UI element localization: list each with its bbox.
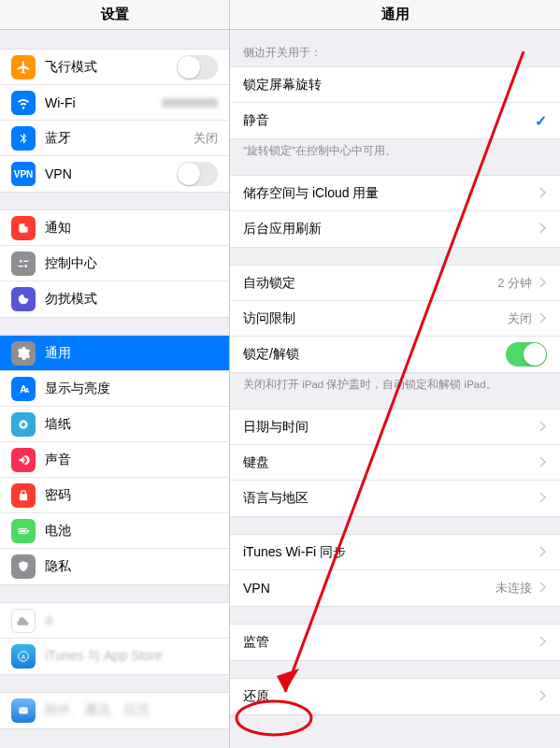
bluetooth-value: 关闭 [194, 130, 218, 147]
row-keyboard[interactable]: 键盘 [230, 445, 560, 481]
svg-point-4 [20, 260, 22, 263]
sidebar-item-itunes-store[interactable]: A iTunes 与 App Store [0, 639, 229, 674]
sidebar-item-battery[interactable]: 电池 [0, 513, 229, 549]
detail-header: 通用 [230, 0, 560, 30]
battery-icon [11, 519, 36, 543]
language-region-label: 语言与地区 [243, 490, 532, 507]
passcode-label: 密码 [45, 487, 218, 504]
restrictions-value: 关闭 [508, 310, 532, 327]
chevron-right-icon [539, 635, 547, 650]
itunes-icon: A [11, 644, 36, 669]
general-label: 通用 [45, 345, 218, 362]
chevron-right-icon [539, 545, 547, 560]
row-lock-unlock[interactable]: 锁定/解锁 [230, 337, 560, 372]
sidebar-item-general[interactable]: 通用 [0, 336, 229, 371]
battery-label: 电池 [45, 523, 218, 539]
settings-header: 设置 [0, 0, 229, 30]
sidebar-item-control-center[interactable]: 控制中心 [0, 246, 229, 281]
gear-icon [11, 341, 36, 366]
bluetooth-label: 蓝牙 [45, 130, 188, 147]
chevron-right-icon [539, 491, 547, 506]
rotation-note: "旋转锁定"在控制中心中可用。 [230, 139, 560, 158]
row-itunes-sync[interactable]: iTunes Wi-Fi 同步 [230, 535, 560, 570]
row-profiles[interactable]: 监管 [230, 625, 560, 660]
profiles-label: 监管 [243, 634, 532, 651]
wifi-value [162, 98, 218, 108]
svg-rect-17 [19, 708, 27, 714]
chevron-right-icon [539, 420, 547, 435]
reset-label: 还原 [243, 688, 532, 705]
chevron-right-icon [539, 186, 547, 201]
sidebar-item-display[interactable]: AA 显示与亮度 [0, 371, 229, 407]
control-center-label: 控制中心 [45, 255, 218, 272]
row-date-time[interactable]: 日期与时间 [230, 410, 560, 445]
sidebar-item-sounds[interactable]: 声音 [0, 442, 229, 478]
svg-point-11 [22, 423, 25, 426]
icloud-label: d [45, 613, 218, 628]
lock-unlock-toggle[interactable] [506, 342, 547, 367]
svg-text:A: A [25, 387, 30, 394]
wallpaper-icon [11, 412, 36, 437]
row-vpn-detail[interactable]: VPN 未连接 [230, 570, 560, 606]
airplane-toggle[interactable] [177, 55, 218, 79]
svg-text:VPN: VPN [14, 169, 34, 180]
chevron-right-icon [539, 276, 547, 291]
sidebar-item-bluetooth[interactable]: 蓝牙 关闭 [0, 121, 229, 156]
vpn-detail-label: VPN [243, 581, 495, 596]
svg-point-3 [24, 223, 29, 227]
row-auto-lock[interactable]: 自动锁定 2 分钟 [230, 266, 560, 301]
row-mute[interactable]: 静音 ✓ [230, 103, 560, 138]
restrictions-label: 访问限制 [243, 310, 508, 327]
svg-rect-13 [28, 529, 29, 532]
sidebar-item-notifications[interactable]: 通知 [0, 210, 229, 246]
row-restrictions[interactable]: 访问限制 关闭 [230, 301, 560, 337]
mail-label: 附件、通讯、日历 [45, 702, 218, 719]
lock-unlock-label: 锁定/解锁 [243, 346, 506, 363]
display-icon: AA [11, 377, 36, 401]
sounds-label: 声音 [45, 452, 218, 468]
row-background-refresh[interactable]: 后台应用刷新 [230, 211, 560, 247]
sidebar-item-passcode[interactable]: 密码 [0, 478, 229, 513]
chevron-right-icon [539, 581, 547, 596]
sidebar-item-dnd[interactable]: 勿扰模式 [0, 281, 229, 317]
row-rotation-lock[interactable]: 锁定屏幕旋转 [230, 67, 560, 103]
notifications-icon [11, 216, 36, 240]
row-language-region[interactable]: 语言与地区 [230, 481, 560, 516]
wifi-icon [11, 91, 36, 115]
sidebar-item-wifi[interactable]: Wi-Fi [0, 85, 229, 121]
notifications-label: 通知 [45, 220, 218, 237]
row-reset[interactable]: 还原 [230, 679, 560, 714]
sidebar-item-airplane[interactable]: 飞行模式 [0, 50, 229, 85]
sidebar-item-icloud[interactable]: d [0, 603, 229, 639]
auto-lock-label: 自动锁定 [243, 275, 497, 292]
privacy-label: 隐私 [45, 558, 218, 575]
cloud-icon [11, 609, 36, 633]
sidebar-item-mail[interactable]: 附件、通讯、日历 [0, 693, 229, 728]
row-storage[interactable]: 储存空间与 iCloud 用量 [230, 176, 560, 211]
chevron-right-icon [539, 222, 547, 237]
side-switch-label: 侧边开关用于： [230, 39, 560, 65]
check-icon: ✓ [535, 112, 547, 130]
wifi-label: Wi-Fi [45, 95, 156, 110]
svg-point-6 [24, 265, 27, 267]
airplane-label: 飞行模式 [45, 59, 177, 76]
svg-rect-14 [20, 529, 26, 532]
storage-label: 储存空间与 iCloud 用量 [243, 185, 532, 202]
vpn-detail-value: 未连接 [495, 580, 532, 597]
svg-text:A: A [22, 654, 26, 660]
chevron-right-icon [539, 311, 547, 326]
itunes-store-label: iTunes 与 App Store [45, 648, 218, 665]
sidebar-item-vpn[interactable]: VPN VPN [0, 156, 229, 192]
lock-icon [11, 483, 36, 508]
sidebar-item-privacy[interactable]: 隐私 [0, 549, 229, 584]
privacy-icon [11, 554, 36, 579]
mute-label: 静音 [243, 112, 535, 129]
control-center-icon [11, 252, 36, 276]
dnd-label: 勿扰模式 [45, 291, 218, 308]
itunes-sync-label: iTunes Wi-Fi 同步 [243, 544, 532, 561]
sounds-icon [11, 448, 36, 472]
vpn-label: VPN [45, 166, 177, 181]
vpn-toggle[interactable] [177, 162, 218, 186]
airplane-icon [11, 55, 36, 79]
sidebar-item-wallpaper[interactable]: 墙纸 [0, 407, 229, 442]
